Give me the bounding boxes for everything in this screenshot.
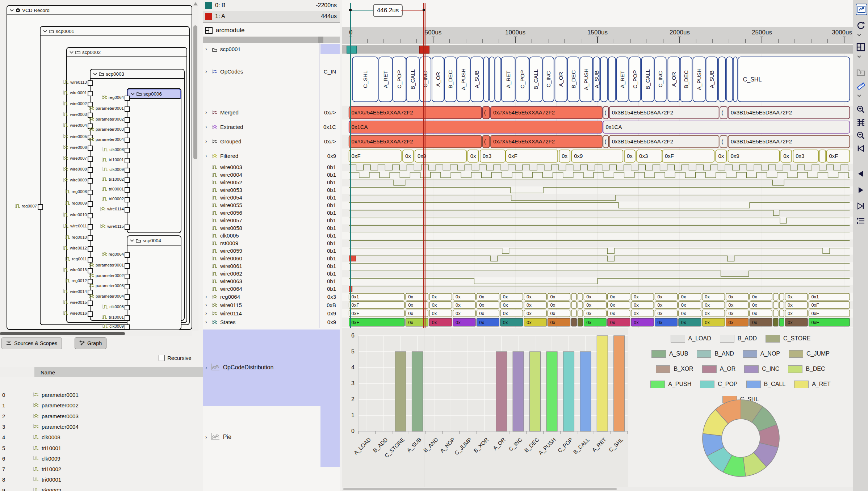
scope-box-scp0004[interactable]: scp0004 — [127, 235, 181, 330]
signal-row-Extracted[interactable]: ›Extracted0x1C — [203, 120, 340, 134]
signal-row-Merged[interactable]: ›Merged0x#> — [203, 106, 340, 119]
table-row[interactable]: 4clk0008 — [0, 432, 198, 442]
chevron-down-icon[interactable] — [10, 9, 14, 12]
cursor-line[interactable] — [425, 3, 425, 328]
chevron-right-icon[interactable]: › — [205, 319, 207, 325]
toolbar-zoom-out-button[interactable] — [856, 130, 866, 140]
toolbar-layout-grid-button[interactable] — [856, 42, 866, 52]
scope-box-title[interactable]: scp0001 — [41, 27, 189, 36]
chevron-right-icon[interactable]: › — [205, 124, 207, 130]
chevron-down-icon[interactable] — [131, 92, 135, 95]
signal-row-OpCodes[interactable]: ›OpCodesC_IN — [203, 54, 340, 105]
table-row[interactable]: 8tri00001 — [0, 474, 198, 485]
signal-row-clk0005[interactable]: clk00050b1 — [203, 232, 340, 239]
tree-horizontal-scrollbar[interactable] — [0, 331, 192, 336]
signal-list-hscrollbar[interactable] — [203, 37, 340, 43]
waveform-canvas[interactable]: C_SHLA_RETC_POPB_CALLC_INCA_ORB_DECA_PUS… — [342, 54, 854, 328]
scope-box-title[interactable]: scp0004 — [127, 236, 181, 246]
scope-box-scp0006[interactable]: scp0006 — [127, 88, 181, 233]
timeline-ruler[interactable]: 0500us1000us1500us2000us2500us3000us — [342, 27, 853, 45]
chevron-right-icon[interactable]: › — [205, 302, 207, 308]
signal-row-scp0001[interactable]: ›scp0001 — [203, 44, 340, 54]
toolbar-refresh-button[interactable] — [856, 20, 866, 30]
signal-row-wire0055[interactable]: wire00550b1 — [203, 202, 340, 209]
chevron-down-icon[interactable] — [130, 239, 134, 242]
toolbar-step-forward-button[interactable] — [856, 185, 866, 195]
signal-row-wire0054[interactable]: wire00540b1 — [203, 194, 340, 202]
toolbar-folder-export-button[interactable] — [856, 67, 866, 77]
signal-row-wire0004[interactable]: wire00040b1 — [203, 171, 340, 179]
waveform-hscrollbar[interactable] — [342, 487, 853, 491]
signal-row-wire0058[interactable]: wire00580b1 — [203, 224, 340, 232]
toolbar-signal-list-button[interactable] — [856, 216, 866, 226]
marker-b-line[interactable] — [350, 3, 351, 328]
chevron-down-icon[interactable] — [857, 55, 861, 58]
chevron-down-icon[interactable] — [43, 30, 47, 33]
chevron-right-icon[interactable]: › — [205, 109, 207, 115]
tree-vertical-scrollbar[interactable] — [192, 0, 198, 331]
module-header-row[interactable]: arcmodule — [203, 22, 340, 37]
signal-row-Grouped[interactable]: ›Grouped0x#> — [203, 135, 340, 148]
toolbar-chart-tool-button[interactable] — [856, 4, 867, 15]
signal-row-reg0064[interactable]: ›reg00640x3 — [203, 293, 340, 301]
tab-graph[interactable]: Graph — [75, 337, 106, 349]
waveform-hscroll-thumb[interactable] — [343, 488, 617, 490]
signal-row-wire0057[interactable]: wire00570b1 — [203, 217, 340, 224]
table-row[interactable]: 2parameter0003 — [0, 411, 198, 421]
analysis-row-pie[interactable]: › Pie — [203, 432, 340, 442]
marker-b-indicator[interactable] — [347, 46, 357, 54]
signal-row-wire0062[interactable]: wire00620b1 — [203, 270, 340, 277]
signal-row-wire0059[interactable]: wire00590b1 — [203, 247, 340, 255]
table-row[interactable]: 5tri10001 — [0, 443, 198, 453]
scope-tree-panel[interactable]: VCD Recordscp0001scp0002scp0003scp0006sc… — [0, 0, 192, 331]
tab-sources-scopes[interactable]: Sources & Scopes — [1, 337, 62, 349]
recursive-checkbox[interactable] — [159, 355, 165, 361]
table-row[interactable]: 6clk0009 — [0, 453, 198, 464]
timeline-overview-strip[interactable] — [342, 45, 853, 54]
signal-row-wire0114[interactable]: ›wire01140x9 — [203, 309, 340, 318]
marker-a-indicator[interactable] — [419, 46, 429, 54]
signal-row-wire0063[interactable]: wire00630b1 — [203, 277, 340, 285]
recursive-checkbox-row[interactable]: Recursive — [159, 355, 192, 361]
table-row[interactable]: 3parameter0004 — [0, 421, 198, 432]
toolbar-chevron-down[interactable] — [857, 31, 864, 35]
tree-hscroll-thumb[interactable] — [0, 332, 125, 335]
analysis-row-opcode-distribution[interactable]: › OpCodeDistribution — [203, 362, 340, 373]
chevron-right-icon[interactable]: › — [205, 68, 207, 74]
signal-row-wire0003[interactable]: wire00030b1 — [203, 164, 340, 171]
scope-box-title[interactable]: scp0002 — [67, 48, 186, 57]
waveform-panel[interactable]: 446.2us 0500us1000us1500us2000us2500us30… — [342, 0, 853, 491]
chevron-right-icon[interactable]: › — [205, 310, 207, 316]
chevron-right-icon[interactable]: › — [205, 153, 207, 159]
table-row[interactable]: 7tri10002 — [0, 464, 198, 474]
toolbar-chevron-down[interactable] — [857, 53, 864, 57]
marker-row-b[interactable]: 0: B -2200ns — [203, 0, 340, 11]
toolbar-zoom-in-button[interactable] — [856, 104, 866, 114]
signal-row-wire0064[interactable]: wire00640b1 — [203, 285, 340, 293]
toolbar-skip-start-button[interactable] — [856, 143, 866, 154]
signal-row-States[interactable]: ›States0x9 — [203, 318, 340, 327]
signal-hscroll-thumb[interactable] — [318, 37, 323, 43]
chevron-down-icon[interactable] — [857, 94, 861, 97]
toolbar-zoom-fit-button[interactable] — [856, 117, 866, 127]
chevron-right-icon[interactable]: › — [205, 46, 207, 52]
chevron-down-icon[interactable] — [93, 72, 97, 75]
signal-row-rst0009[interactable]: rst00090b1 — [203, 239, 340, 247]
scroll-up-arrow-icon[interactable] — [193, 2, 198, 5]
signal-row-Filtered[interactable]: ›Filtered0x9 — [203, 149, 340, 163]
signal-row-wire0115[interactable]: ›wire01150xB — [203, 301, 340, 309]
scope-box-title[interactable]: scp0006 — [127, 89, 181, 99]
tree-vscroll-thumb[interactable] — [193, 25, 197, 159]
scope-box-title[interactable]: scp0003 — [91, 70, 184, 79]
chevron-right-icon[interactable]: › — [205, 138, 207, 144]
signal-row-wire0060[interactable]: wire00600b1 — [203, 255, 340, 262]
toolbar-step-back-button[interactable] — [856, 169, 866, 179]
table-row[interactable]: 9tri00002 — [0, 485, 198, 491]
chevron-down-icon[interactable] — [857, 33, 861, 36]
signal-row-wire0053[interactable]: wire00530b1 — [203, 186, 340, 194]
signal-row-wire0056[interactable]: wire00560b1 — [203, 209, 340, 217]
toolbar-skip-end-button[interactable] — [856, 201, 866, 211]
signal-row-wire0052[interactable]: wire00520b1 — [203, 179, 340, 186]
signal-row-wire0061[interactable]: wire00610b1 — [203, 262, 340, 270]
toolbar-chevron-down[interactable] — [857, 92, 864, 96]
